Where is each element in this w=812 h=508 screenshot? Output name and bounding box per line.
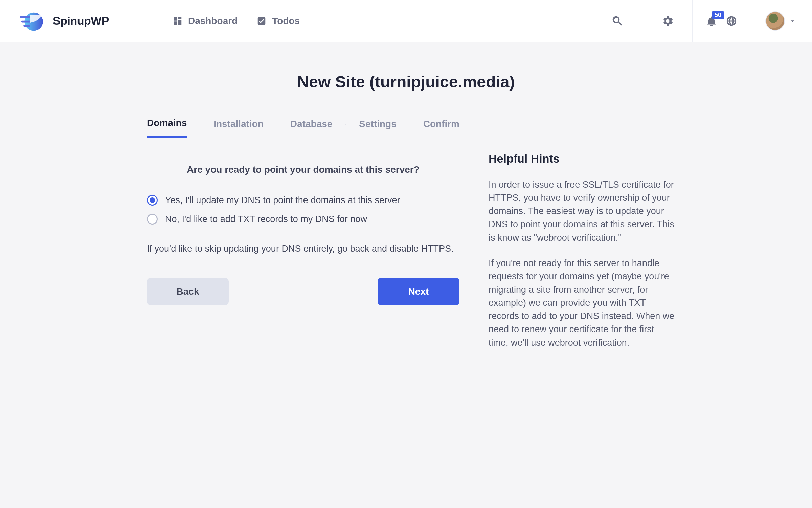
back-button[interactable]: Back	[147, 278, 229, 305]
page-title: New Site (turnipjuice.media)	[297, 72, 515, 91]
user-menu[interactable]	[750, 0, 812, 42]
chevron-right-icon	[345, 121, 346, 128]
brand-name: SpinupWP	[53, 14, 109, 27]
notification-count-badge: 50	[712, 11, 724, 19]
avatar	[766, 12, 784, 30]
settings-button[interactable]	[642, 0, 692, 42]
nav-dashboard[interactable]: Dashboard	[173, 16, 238, 26]
form-question: Are you ready to point your domains at t…	[147, 164, 459, 175]
globe-icon	[726, 15, 737, 27]
svg-rect-1	[20, 16, 30, 18]
next-button[interactable]: Next	[378, 278, 459, 305]
step-database[interactable]: Database	[290, 119, 333, 137]
brand-logo-icon	[20, 11, 47, 31]
wizard: Domains Installation Database Settings C…	[137, 115, 675, 362]
wizard-main: Domains Installation Database Settings C…	[137, 115, 470, 305]
option-no[interactable]: No, I'd like to add TXT records to my DN…	[147, 214, 459, 225]
nav-dashboard-label: Dashboard	[188, 16, 238, 26]
chevron-down-icon	[789, 17, 796, 25]
form-buttons: Back Next	[147, 278, 459, 305]
option-yes-label: Yes, I'll update my DNS to point the dom…	[165, 195, 400, 206]
hints-p2: If you're not ready for this server to h…	[489, 257, 675, 350]
domains-form: Are you ready to point your domains at t…	[137, 164, 470, 305]
chevron-right-icon	[200, 121, 201, 128]
form-note: If you'd like to skip updating your DNS …	[147, 244, 459, 254]
helpful-hints: Helpful Hints In order to issue a free S…	[489, 115, 675, 362]
hints-title: Helpful Hints	[489, 152, 675, 165]
option-no-label: No, I'd like to add TXT records to my DN…	[165, 214, 367, 225]
step-settings[interactable]: Settings	[359, 119, 396, 137]
notifications[interactable]: 50	[692, 0, 750, 42]
svg-rect-2	[21, 20, 30, 22]
option-yes[interactable]: Yes, I'll update my DNS to point the dom…	[147, 195, 459, 206]
header-actions: 50	[592, 0, 812, 42]
radio-icon	[147, 195, 158, 206]
nav-todos-label: Todos	[272, 16, 300, 26]
search-icon	[611, 15, 624, 27]
search-button[interactable]	[592, 0, 642, 42]
radio-icon	[147, 214, 158, 225]
app-header: SpinupWP Dashboard Todos 50	[0, 0, 812, 42]
page: New Site (turnipjuice.media) Domains Ins…	[0, 42, 812, 362]
chevron-right-icon	[276, 121, 277, 128]
wizard-steps: Domains Installation Database Settings C…	[137, 115, 470, 141]
chevron-right-icon	[409, 121, 410, 128]
primary-nav: Dashboard Todos	[149, 0, 592, 42]
todos-icon	[256, 16, 267, 26]
step-installation[interactable]: Installation	[213, 119, 264, 137]
step-confirm[interactable]: Confirm	[423, 119, 459, 137]
brand-block[interactable]: SpinupWP	[0, 0, 149, 42]
divider	[489, 362, 675, 362]
dashboard-icon	[173, 16, 183, 26]
svg-rect-3	[23, 25, 30, 27]
step-domains[interactable]: Domains	[147, 118, 187, 138]
gear-icon	[661, 15, 674, 27]
nav-todos[interactable]: Todos	[256, 16, 300, 26]
hints-p1: In order to issue a free SSL/TLS certifi…	[489, 178, 675, 245]
